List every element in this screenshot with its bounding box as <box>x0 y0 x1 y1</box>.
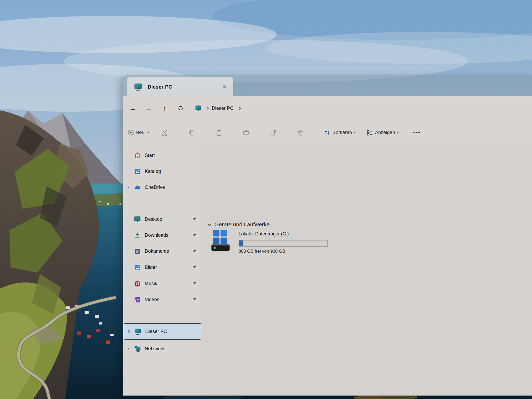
sidebar-label: Musik <box>145 281 157 286</box>
share-icon <box>269 129 277 136</box>
up-button[interactable]: ↑ <box>159 102 171 114</box>
sidebar-item-dokumente[interactable]: Dokumente <box>124 245 200 257</box>
paste-button[interactable] <box>211 125 227 140</box>
home-icon <box>134 152 141 159</box>
rename-icon <box>242 129 250 136</box>
tab-close-button[interactable]: ✕ <box>220 82 229 92</box>
sidebar-label: Videos <box>145 297 159 302</box>
sort-button-label: Sortieren <box>332 130 352 135</box>
forward-button[interactable]: → <box>143 102 155 114</box>
sidebar-item-desktop[interactable]: Desktop <box>124 213 200 226</box>
this-pc-monitor-icon <box>195 105 202 112</box>
pin-icon <box>192 265 197 270</box>
delete-button[interactable] <box>292 125 309 140</box>
breadcrumb-item-dieser-pc[interactable]: Dieser PC <box>212 106 234 111</box>
network-icon <box>134 345 141 352</box>
sidebar-item-start[interactable]: Start <box>124 149 200 162</box>
sidebar-item-onedrive[interactable]: OneDrive <box>124 181 200 194</box>
download-arrow-icon <box>134 232 141 239</box>
group-header-devices-drives[interactable]: Geräte und Laufwerke <box>207 221 270 228</box>
sidebar-item-downloads[interactable]: Downloads <box>124 229 200 242</box>
main-pane <box>201 145 532 396</box>
desktop: Dieser PC ✕ + ← → ↑ Dieser PC <box>0 0 532 399</box>
sidebar-item-bilder[interactable]: Bilder <box>124 261 200 274</box>
sidebar-label: Desktop <box>145 217 162 222</box>
view-button[interactable]: Anzeigen <box>366 125 400 140</box>
this-pc-monitor-icon <box>134 83 142 91</box>
command-toolbar: Neu <box>123 120 532 145</box>
new-button[interactable]: Neu <box>127 125 149 140</box>
sort-button[interactable]: Sortieren <box>323 125 357 140</box>
expand-chevron-icon <box>126 185 130 189</box>
drive-capacity-text: 883 GB frei von 930 GB <box>239 249 285 254</box>
drive-item-c[interactable]: Lokaler Datenträger (C:) 883 GB frei von… <box>211 230 360 255</box>
refresh-icon <box>177 105 184 111</box>
copy-icon <box>188 129 196 136</box>
sidebar-item-netzwerk[interactable]: Netzwerk <box>124 342 200 355</box>
expand-chevron-icon <box>126 347 130 351</box>
forward-glyph: → <box>145 104 152 113</box>
desktop-monitor-icon <box>134 216 141 223</box>
onedrive-cloud-icon <box>134 184 141 191</box>
document-icon <box>134 248 141 255</box>
sidebar-label: Start <box>145 153 155 158</box>
paste-icon <box>215 129 223 136</box>
rename-button[interactable] <box>238 125 254 140</box>
drive-usage-bar <box>239 240 328 247</box>
copy-button[interactable] <box>184 125 200 140</box>
pin-icon <box>192 233 197 238</box>
new-tab-button[interactable]: + <box>238 81 250 93</box>
sidebar-item-dieser-pc[interactable]: Dieser PC <box>124 323 201 340</box>
sidebar-label: Dieser PC <box>145 329 167 334</box>
more-options-button[interactable]: ••• <box>410 125 424 140</box>
sidebar-label: Downloads <box>145 232 168 238</box>
sidebar-label: Bilder <box>145 265 157 270</box>
address-bar: ← → ↑ Dieser PC <box>123 96 532 120</box>
chevron-down-icon <box>354 131 357 134</box>
chevron-right-icon <box>238 106 242 110</box>
tab-strip: Dieser PC ✕ + <box>123 75 532 97</box>
breadcrumb[interactable]: Dieser PC <box>190 105 242 112</box>
window-body: Start Katalog OneDrive <box>123 145 532 396</box>
collapse-chevron-icon <box>207 222 212 227</box>
pin-icon <box>192 297 197 302</box>
expand-chevron-icon <box>127 330 131 333</box>
view-layout-icon <box>366 129 373 136</box>
videos-icon <box>134 296 141 303</box>
trash-icon <box>297 129 304 136</box>
sidebar-label: OneDrive <box>145 185 165 190</box>
file-explorer-window: Dieser PC ✕ + ← → ↑ Dieser PC <box>123 75 532 396</box>
music-icon <box>134 280 141 287</box>
drive-name: Lokaler Datenträger (C:) <box>239 231 289 237</box>
sidebar-item-musik[interactable]: Musik <box>124 277 200 290</box>
tab-title: Dieser PC <box>148 84 172 90</box>
drive-usage-fill <box>239 240 243 246</box>
share-button[interactable] <box>265 125 281 140</box>
tab-dieser-pc[interactable]: Dieser PC ✕ <box>127 77 233 96</box>
sidebar-label: Netzwerk <box>145 346 165 352</box>
refresh-button[interactable] <box>175 102 186 114</box>
view-button-label: Anzeigen <box>375 130 395 135</box>
cut-icon <box>161 129 168 136</box>
sidebar-label: Katalog <box>145 169 161 174</box>
back-button[interactable]: ← <box>127 102 139 114</box>
plus-circle-icon <box>127 129 134 136</box>
pin-icon <box>192 249 197 253</box>
pin-icon <box>192 217 197 222</box>
chevron-down-icon <box>146 131 149 134</box>
windows-drive-icon <box>211 230 236 252</box>
sidebar-label: Dokumente <box>145 248 169 254</box>
drive-info: Lokaler Datenträger (C:) 883 GB frei von… <box>239 230 356 255</box>
sort-arrows-icon <box>323 129 331 136</box>
this-pc-monitor-icon <box>134 328 142 335</box>
sidebar-item-videos[interactable]: Videos <box>124 293 200 306</box>
chevron-right-icon <box>206 106 210 110</box>
gallery-icon <box>134 168 141 175</box>
group-header-label: Geräte und Laufwerke <box>214 221 270 228</box>
pictures-icon <box>134 264 141 271</box>
pin-icon <box>192 281 197 286</box>
sidebar-item-katalog[interactable]: Katalog <box>124 165 200 178</box>
chevron-down-icon <box>397 131 400 134</box>
new-button-label: Neu <box>136 130 144 135</box>
cut-button[interactable] <box>156 125 173 140</box>
